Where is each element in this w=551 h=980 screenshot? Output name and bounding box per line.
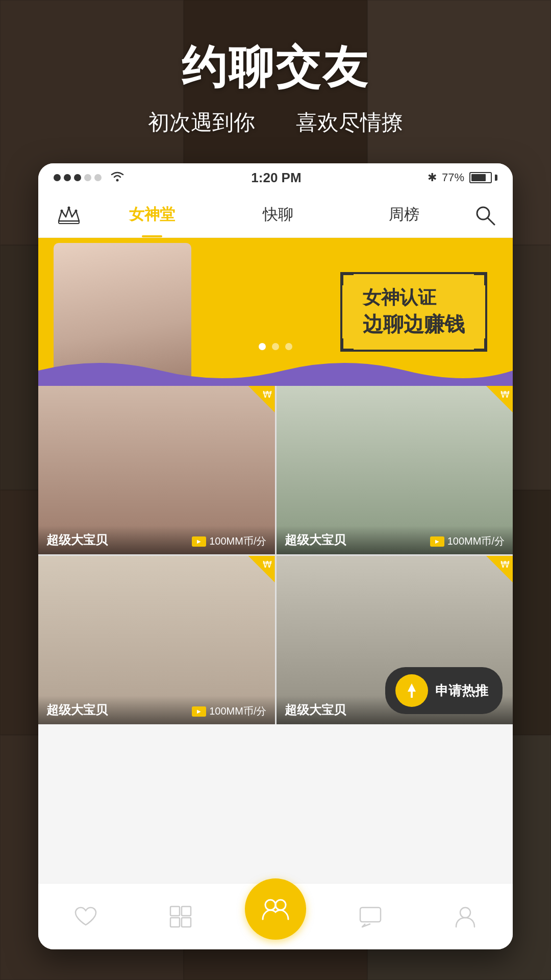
badge-icon-1: ₩ xyxy=(263,389,272,400)
bottom-nav-message[interactable] xyxy=(323,904,418,929)
user-card-3[interactable]: ₩ 超级大宝贝 ▶ 100MM币/分 xyxy=(38,556,275,724)
svg-point-12 xyxy=(265,900,276,910)
svg-rect-14 xyxy=(360,908,381,922)
user-card-1[interactable]: ₩ 超级大宝贝 ▶ 100MM币/分 xyxy=(38,386,275,554)
signal-dot-3 xyxy=(74,174,81,181)
card-name-1: 超级大宝贝 xyxy=(46,532,108,548)
card-price-3: ▶ 100MM币/分 xyxy=(192,704,266,718)
svg-rect-11 xyxy=(182,918,191,927)
battery-percentage: 77% xyxy=(442,171,464,184)
badge-icon-3: ₩ xyxy=(263,559,272,570)
svg-point-2 xyxy=(68,206,70,209)
svg-rect-10 xyxy=(170,918,180,927)
bottom-nav-like[interactable] xyxy=(38,904,133,929)
svg-point-13 xyxy=(276,900,286,910)
svg-point-4 xyxy=(75,209,78,212)
svg-line-6 xyxy=(488,218,494,225)
bottom-nav xyxy=(38,883,513,949)
video-icon-3: ▶ xyxy=(192,706,206,717)
user-card-2[interactable]: ₩ 超级大宝贝 ▶ 100MM币/分 xyxy=(277,386,513,554)
nav-tabs: 女神堂 快聊 周榜 xyxy=(38,192,513,238)
subtitle-row: 初次遇到你 喜欢尽情撩 xyxy=(148,108,403,137)
cards-grid: ₩ 超级大宝贝 ▶ 100MM币/分 ₩ 超级大宝贝 xyxy=(38,386,513,724)
card-bottom-1: 超级大宝贝 ▶ 100MM币/分 xyxy=(38,526,275,554)
wifi-icon xyxy=(110,170,125,185)
banner-label-bottom: 边聊边赚钱 xyxy=(363,310,465,338)
status-bar: 1:20 PM ✱ 77% xyxy=(38,163,513,192)
hot-push-icon xyxy=(395,674,428,707)
tab-quick-chat[interactable]: 快聊 xyxy=(215,192,341,237)
status-left xyxy=(54,170,125,185)
banner-label-top: 女神认证 xyxy=(363,285,465,310)
card-name-2: 超级大宝贝 xyxy=(285,532,346,548)
battery-icon xyxy=(469,172,497,183)
video-icon-2: ▶ xyxy=(430,536,444,547)
banner[interactable]: 女神认证 边聊边赚钱 xyxy=(38,238,513,386)
svg-point-15 xyxy=(460,908,470,918)
subtitle-right: 喜欢尽情撩 xyxy=(296,108,403,137)
card-price-2: ▶ 100MM币/分 xyxy=(430,534,505,548)
user-card-4[interactable]: ₩ 超级大宝贝 申请热推 xyxy=(277,556,513,724)
main-title: 约聊交友 xyxy=(182,37,369,98)
banner-text-area: 女神认证 边聊边赚钱 xyxy=(340,272,487,352)
card-bottom-2: 超级大宝贝 ▶ 100MM币/分 xyxy=(277,526,513,554)
svg-marker-7 xyxy=(408,683,416,698)
banner-dots xyxy=(259,343,292,350)
signal-dot-5 xyxy=(94,174,102,181)
phone-container: 1:20 PM ✱ 77% 女神堂 快聊 xyxy=(38,163,513,949)
hot-push-label: 申请热推 xyxy=(435,682,488,700)
svg-rect-9 xyxy=(182,906,191,916)
signal-dot-1 xyxy=(54,174,61,181)
dot-3 xyxy=(285,343,292,350)
signal-dot-2 xyxy=(64,174,71,181)
tab-weekly-rank[interactable]: 周榜 xyxy=(341,192,467,237)
message-icon xyxy=(358,904,383,929)
hot-push-button[interactable]: 申请热推 xyxy=(385,667,503,714)
search-button[interactable] xyxy=(467,204,503,226)
scrollable-content: 女神认证 边聊边赚钱 ₩ xyxy=(38,238,513,883)
card-bottom-3: 超级大宝贝 ▶ 100MM币/分 xyxy=(38,696,275,724)
bottom-nav-profile[interactable] xyxy=(418,904,513,929)
svg-point-0 xyxy=(116,179,119,182)
hero-text-area: 约聊交友 初次遇到你 喜欢尽情撩 xyxy=(0,0,551,174)
badge-icon-4: ₩ xyxy=(500,559,510,570)
bluetooth-icon: ✱ xyxy=(428,171,437,184)
heart-icon xyxy=(73,904,98,929)
tab-goddess-hall[interactable]: 女神堂 xyxy=(89,192,215,237)
card-name-4: 超级大宝贝 xyxy=(285,702,346,718)
svg-point-3 xyxy=(61,209,63,212)
grid-icon xyxy=(168,904,193,929)
signal-dot-4 xyxy=(84,174,91,181)
nav-crown-icon[interactable] xyxy=(48,206,89,224)
badge-icon-2: ₩ xyxy=(500,389,510,400)
svg-rect-1 xyxy=(59,221,79,224)
subtitle-left: 初次遇到你 xyxy=(148,108,255,137)
bottom-nav-grid[interactable] xyxy=(133,904,228,929)
dot-2 xyxy=(272,343,279,350)
banner-wave xyxy=(38,355,513,386)
card-name-3: 超级大宝贝 xyxy=(46,702,108,718)
center-icon xyxy=(245,878,306,940)
video-icon-1: ▶ xyxy=(192,536,206,547)
dot-1 xyxy=(259,343,266,350)
status-time: 1:20 PM xyxy=(251,170,301,186)
person-icon xyxy=(453,904,478,929)
svg-rect-8 xyxy=(170,906,180,916)
card-price-1: ▶ 100MM币/分 xyxy=(192,534,266,548)
bottom-nav-center[interactable] xyxy=(228,894,323,940)
status-right: ✱ 77% xyxy=(428,171,497,184)
